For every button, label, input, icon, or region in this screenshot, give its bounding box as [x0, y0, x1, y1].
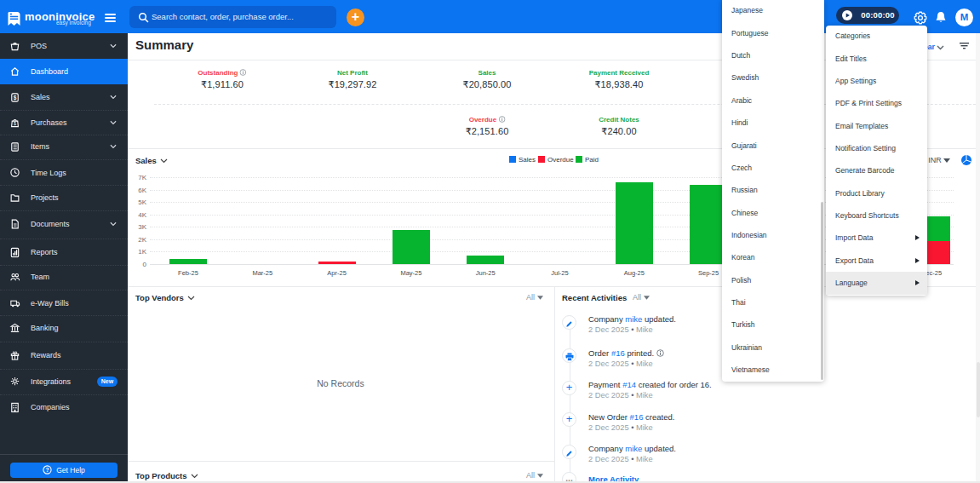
svg-text:$: $	[14, 121, 16, 126]
svg-text:$: $	[14, 95, 17, 101]
svg-text:?: ?	[46, 466, 49, 472]
